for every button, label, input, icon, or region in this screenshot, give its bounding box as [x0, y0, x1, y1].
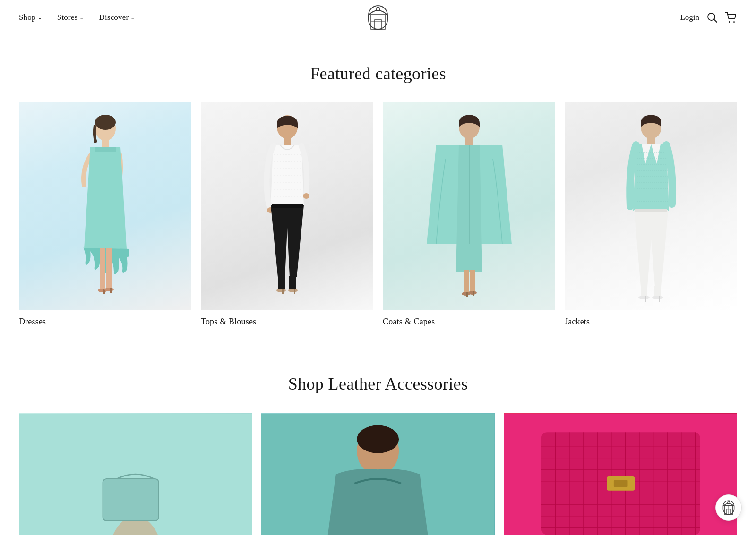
svg-rect-33 — [470, 270, 475, 293]
category-image-jackets — [565, 102, 737, 310]
category-image-tops — [201, 102, 373, 310]
chevron-down-icon: ⌄ — [79, 15, 84, 21]
search-button[interactable] — [707, 12, 717, 23]
svg-rect-37 — [473, 291, 474, 296]
chevron-down-icon: ⌄ — [38, 15, 42, 21]
svg-rect-18 — [110, 288, 112, 293]
svg-rect-29 — [294, 289, 295, 294]
svg-point-43 — [638, 296, 650, 299]
svg-rect-12 — [102, 139, 109, 148]
category-label-tops: Tops & Blouses — [201, 317, 373, 327]
categories-grid: Dresses — [19, 102, 737, 327]
svg-rect-49 — [103, 479, 159, 521]
leather-card-3[interactable] — [504, 413, 737, 535]
category-card-jackets[interactable]: Jackets — [565, 102, 737, 327]
leather-accessories-section: Shop Leather Accessories — [0, 346, 756, 535]
cart-button[interactable] — [725, 12, 737, 23]
svg-point-17 — [104, 288, 114, 291]
leather-card-1[interactable] — [19, 413, 252, 535]
svg-point-8 — [729, 21, 730, 23]
svg-point-45 — [652, 296, 663, 299]
leather-title: Shop Leather Accessories — [19, 374, 737, 394]
logo[interactable] — [366, 5, 390, 31]
svg-rect-56 — [614, 480, 628, 487]
nav-shop[interactable]: Shop ⌄ — [19, 13, 42, 22]
svg-rect-14 — [106, 248, 112, 289]
nav-discover[interactable]: Discover ⌄ — [99, 13, 135, 22]
svg-rect-27 — [282, 289, 284, 294]
svg-rect-23 — [272, 204, 303, 208]
nav-right: Login — [680, 12, 737, 23]
category-label-jackets: Jackets — [565, 317, 737, 327]
nav-left: Shop ⌄ Stores ⌄ Discover ⌄ — [19, 13, 135, 22]
svg-rect-25 — [289, 276, 296, 290]
login-button[interactable]: Login — [680, 13, 699, 22]
category-label-dresses: Dresses — [19, 317, 191, 327]
category-card-coats[interactable]: Coats & Capes — [383, 102, 555, 327]
svg-rect-32 — [464, 270, 469, 294]
svg-point-22 — [303, 193, 309, 199]
svg-rect-46 — [659, 296, 660, 302]
svg-rect-24 — [278, 276, 285, 290]
category-label-coats: Coats & Capes — [383, 317, 555, 327]
category-card-dresses[interactable]: Dresses — [19, 102, 191, 327]
svg-rect-20 — [284, 137, 291, 146]
category-image-coats — [383, 102, 555, 310]
featured-title: Featured categories — [19, 64, 737, 84]
svg-rect-35 — [466, 292, 468, 297]
svg-rect-40 — [635, 209, 667, 212]
svg-point-26 — [276, 289, 286, 292]
leather-grid — [19, 413, 737, 535]
nav-stores[interactable]: Stores ⌄ — [57, 13, 84, 22]
nav-shop-label: Shop — [19, 13, 36, 22]
chevron-down-icon: ⌄ — [130, 15, 135, 21]
svg-point-52 — [357, 425, 399, 453]
featured-categories-section: Featured categories — [0, 35, 756, 346]
svg-rect-31 — [465, 137, 473, 146]
nav-stores-label: Stores — [57, 13, 78, 22]
svg-point-9 — [733, 21, 735, 23]
nav-discover-label: Discover — [99, 13, 129, 22]
main-content: Featured categories — [0, 35, 756, 535]
svg-rect-13 — [100, 248, 105, 290]
leather-card-2[interactable] — [261, 413, 494, 535]
category-image-dresses — [19, 102, 191, 310]
floating-chat-button[interactable] — [715, 494, 742, 521]
svg-point-11 — [95, 115, 116, 130]
header: Shop ⌄ Stores ⌄ Discover ⌄ Login — [0, 0, 756, 35]
svg-rect-44 — [645, 296, 646, 302]
svg-point-28 — [288, 289, 298, 292]
category-card-tops[interactable]: Tops & Blouses — [201, 102, 373, 327]
svg-point-36 — [468, 291, 477, 295]
svg-line-7 — [714, 19, 717, 22]
